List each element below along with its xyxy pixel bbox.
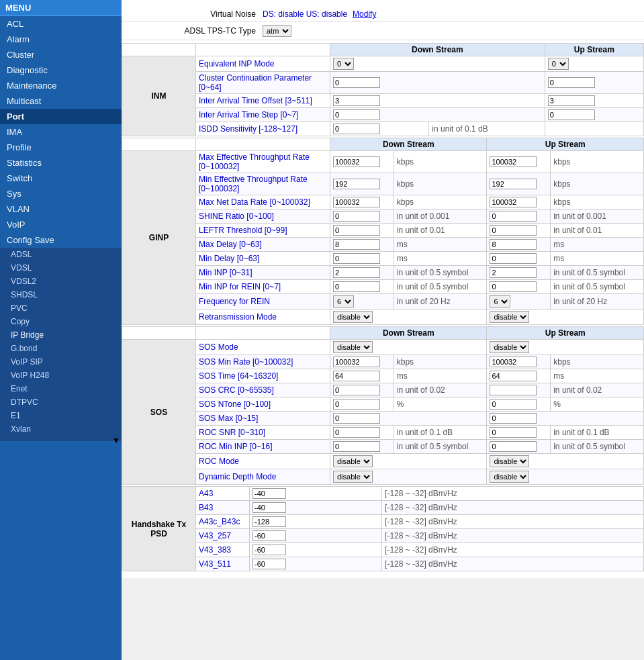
us-max-delay-input[interactable] xyxy=(490,239,537,250)
sidebar-item-statistics[interactable]: Statistics xyxy=(0,155,122,171)
sub-item-ip-bridge[interactable]: IP Bridge xyxy=(0,328,122,342)
ds-roc-snr-input[interactable] xyxy=(333,427,380,438)
table-row: SOS Max [0~15] xyxy=(122,412,644,426)
us-roc-snr-input[interactable] xyxy=(490,427,537,438)
sidebar-item-ima[interactable]: IMA xyxy=(0,124,122,140)
ds-min-inp-rein-input[interactable] xyxy=(333,281,380,292)
ds-shine-ratio-input[interactable] xyxy=(333,211,380,222)
sub-item-voip-h248[interactable]: VoIP H248 xyxy=(0,369,122,382)
a43c-b43c-input[interactable] xyxy=(252,516,286,527)
us-min-inp-input[interactable] xyxy=(490,267,537,278)
field-sos-time: SOS Time [64~16320] xyxy=(196,369,330,383)
sidebar-item-config-save[interactable]: Config Save xyxy=(0,232,122,248)
v43-257-input[interactable] xyxy=(252,530,286,541)
menu-title: MENU xyxy=(0,0,122,16)
sub-item-voip-sip[interactable]: VoIP SIP xyxy=(0,355,122,369)
us-sos-min-rate-input[interactable] xyxy=(490,357,537,367)
sub-item-pvc[interactable]: PVC xyxy=(0,301,122,315)
us-inter-arrival-step-input[interactable] xyxy=(548,109,595,120)
ds-leftr-threshold-input[interactable] xyxy=(333,225,380,236)
sub-item-adsl[interactable]: ADSL xyxy=(0,248,122,261)
us-leftr-threshold-input[interactable] xyxy=(490,225,537,236)
v43-511-input[interactable] xyxy=(252,559,286,569)
ds-retransmission-mode: disableenable xyxy=(330,310,487,325)
sub-item-vdsl2[interactable]: VDSL2 xyxy=(0,275,122,288)
ds-min-inp-input[interactable] xyxy=(333,267,380,278)
ds-max-delay-input[interactable] xyxy=(333,239,380,250)
ds-sos-ntone-input[interactable] xyxy=(333,399,380,410)
inm-section-label: INM xyxy=(122,56,196,136)
ds-min-eff-throughput-input[interactable] xyxy=(333,179,380,189)
us-max-net-data-input[interactable] xyxy=(490,197,537,207)
sidebar-item-alarm[interactable]: Alarm xyxy=(0,32,122,47)
scrollbar[interactable]: ▼ xyxy=(0,436,122,441)
us-max-eff-throughput-input[interactable] xyxy=(490,156,537,167)
ds-roc-mode-select[interactable]: disableenable xyxy=(333,455,373,467)
sub-item-shdsl[interactable]: SHDSL xyxy=(0,288,122,301)
ds-sos-mode: disableenable xyxy=(330,340,487,355)
ds-cluster-cont-input[interactable] xyxy=(333,77,380,88)
ds-sos-min-rate xyxy=(330,355,394,369)
ds-equivalent-inp-select[interactable]: 01 xyxy=(333,58,354,70)
us-inter-arrival-offset-input[interactable] xyxy=(548,95,595,106)
sidebar-item-diagnostic[interactable]: Diagnostic xyxy=(0,62,122,78)
sidebar-item-voip[interactable]: VoIP xyxy=(0,217,122,232)
sidebar-item-vlan[interactable]: VLAN xyxy=(0,201,122,217)
sub-item-vdsl[interactable]: VDSL xyxy=(0,261,122,275)
sidebar-item-port[interactable]: Port xyxy=(0,109,122,124)
us-sos-ntone-input[interactable] xyxy=(490,399,537,410)
us-sos-mode-select[interactable]: disableenable xyxy=(490,341,529,353)
v43-383-input[interactable] xyxy=(252,545,286,555)
ds-sos-max-input[interactable] xyxy=(333,413,380,424)
us-min-inp-rein-input[interactable] xyxy=(490,281,537,292)
us-sos-ntone-unit: % xyxy=(551,397,644,412)
ds-sos-min-rate-input[interactable] xyxy=(333,357,380,367)
us-dynamic-depth-select[interactable]: disableenable xyxy=(490,471,529,483)
sidebar-item-switch[interactable]: Switch xyxy=(0,171,122,186)
us-sos-max-input[interactable] xyxy=(490,413,537,424)
ds-sos-crc-input[interactable] xyxy=(333,385,380,395)
us-sos-crc-input[interactable] xyxy=(490,385,537,395)
sub-item-xvlan[interactable]: Xvlan xyxy=(0,422,122,436)
sub-item-gbond[interactable]: G.bond xyxy=(0,342,122,355)
sidebar-item-maintenance[interactable]: Maintenance xyxy=(0,78,122,93)
sub-item-enet[interactable]: Enet xyxy=(0,382,122,395)
ds-inter-arrival-step-input[interactable] xyxy=(333,109,380,120)
ds-dynamic-depth-select[interactable]: disableenable xyxy=(333,471,373,483)
us-retransmission-select[interactable]: disableenable xyxy=(490,311,529,323)
us-sos-time-input[interactable] xyxy=(490,371,537,381)
ds-roc-min-inp-input[interactable] xyxy=(333,441,380,452)
ds-freq-rein-select[interactable]: 68 xyxy=(333,295,354,308)
sub-item-dtpvc[interactable]: DTPVC xyxy=(0,395,122,409)
us-roc-mode-select[interactable]: disableenable xyxy=(490,455,529,467)
us-cluster-cont-input[interactable] xyxy=(548,77,595,88)
us-shine-ratio-unit: in unit of 0.001 xyxy=(551,209,644,224)
ds-inter-arrival-offset-input[interactable] xyxy=(333,95,380,106)
modify-link[interactable]: Modify xyxy=(353,9,376,19)
us-equivalent-inp-select[interactable]: 01 xyxy=(548,58,569,70)
sidebar-item-cluster[interactable]: Cluster xyxy=(0,47,122,62)
ds-retransmission-select[interactable]: disableenable xyxy=(333,311,373,323)
ds-max-net-data-input[interactable] xyxy=(333,197,380,207)
ds-sos-time-input[interactable] xyxy=(333,371,380,381)
table-row: V43_257 [-128 ~ -32] dBm/Hz xyxy=(122,529,644,543)
b43-input[interactable] xyxy=(252,502,286,513)
adsl-tps-select[interactable]: atm ptm xyxy=(263,25,291,37)
sidebar-item-multicast[interactable]: Multicast xyxy=(0,93,122,109)
sidebar-item-profile[interactable]: Profile xyxy=(0,140,122,155)
sub-item-e1[interactable]: E1 xyxy=(0,409,122,422)
us-shine-ratio-input[interactable] xyxy=(490,211,537,222)
us-freq-rein-select[interactable]: 68 xyxy=(490,295,510,308)
sidebar-item-acl[interactable]: ACL xyxy=(0,16,122,32)
us-inter-arrival-offset xyxy=(545,94,643,108)
us-min-delay-input[interactable] xyxy=(490,253,537,264)
ds-sos-mode-select[interactable]: disableenable xyxy=(333,341,373,353)
us-roc-min-inp-input[interactable] xyxy=(490,441,537,452)
ds-max-eff-throughput-input[interactable] xyxy=(333,156,380,167)
us-min-eff-throughput-input[interactable] xyxy=(490,179,537,189)
ds-min-delay-input[interactable] xyxy=(333,253,380,264)
ds-isdd-sensitivity-input[interactable] xyxy=(333,124,380,134)
a43-input[interactable] xyxy=(252,488,286,499)
sub-item-copy[interactable]: Copy xyxy=(0,315,122,328)
sidebar-item-sys[interactable]: Sys xyxy=(0,186,122,201)
